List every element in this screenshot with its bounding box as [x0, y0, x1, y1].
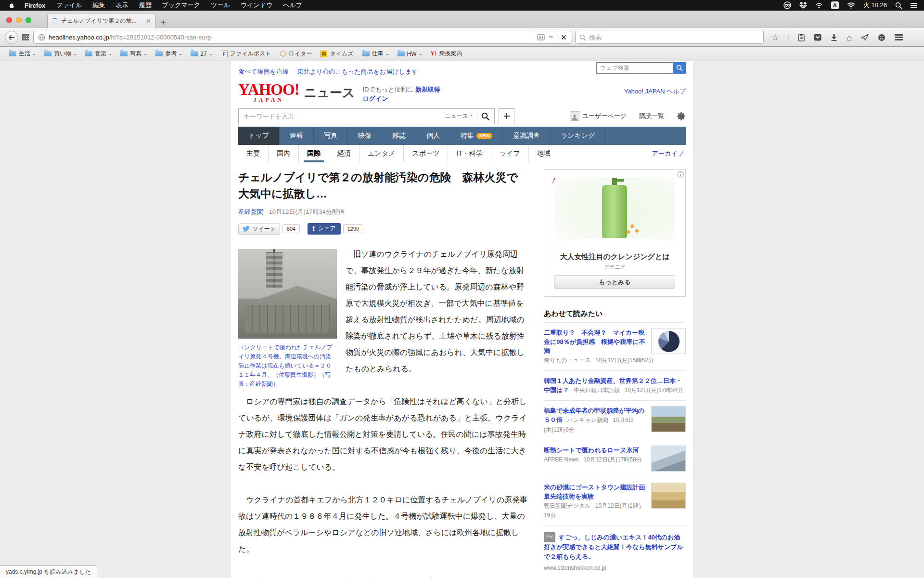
- share-count[interactable]: 1290: [343, 224, 363, 233]
- related-item[interactable]: 断熱シートで覆われるローヌ氷河 AFPBB News 10月12日(月)17時5…: [544, 440, 686, 477]
- subnav-domestic[interactable]: 国内: [268, 145, 298, 162]
- bookmark-folder-life[interactable]: 生活: [5, 47, 40, 61]
- tweet-button[interactable]: ツイート: [238, 223, 280, 235]
- menu-help[interactable]: ヘルプ: [278, 1, 308, 10]
- subnav-sports[interactable]: スポーツ: [403, 145, 448, 162]
- bookmark-folder-music[interactable]: 音楽: [81, 47, 116, 61]
- menubar-clock[interactable]: 火 10:26: [863, 1, 887, 10]
- new-tab-button[interactable]: [160, 19, 166, 25]
- yahoo-japan-link[interactable]: Yahoo! JAPAN: [624, 88, 665, 95]
- menu-window[interactable]: ウインドウ: [235, 1, 278, 10]
- spotlight-search-icon[interactable]: [895, 2, 902, 9]
- menu-hamburger-icon[interactable]: [895, 33, 903, 42]
- add-search-tab-button[interactable]: [499, 108, 514, 124]
- facebook-share-button[interactable]: f シェア: [308, 223, 341, 235]
- stop-loading-icon[interactable]: [561, 35, 566, 40]
- close-window-button[interactable]: [6, 17, 12, 23]
- article-source-link[interactable]: 産経新聞: [238, 208, 263, 215]
- subnav-international[interactable]: 国際: [298, 145, 329, 162]
- login-link[interactable]: ログイン: [362, 95, 388, 102]
- menu-app-name[interactable]: Firefox: [19, 2, 51, 9]
- related-item[interactable]: 福島で未成年者の甲状腺癌が平均の５０倍 ハンギョレ新聞 10月8日(木)12時6…: [544, 400, 686, 440]
- menu-tools[interactable]: ツール: [205, 1, 235, 10]
- ad-card[interactable]: Attenir 大人女性注目のクレンジングとは アテニア もっとみる: [544, 169, 686, 297]
- web-search-button[interactable]: [673, 62, 686, 74]
- ad-info-icon[interactable]: [677, 171, 684, 178]
- bookmark-star-icon[interactable]: ☆: [771, 33, 779, 42]
- user-page-link[interactable]: ユーザーページ: [570, 111, 627, 121]
- pocket-icon[interactable]: [814, 34, 821, 41]
- news-search-icon[interactable]: [481, 112, 489, 120]
- bookmark-folder-photo[interactable]: 写真: [116, 47, 151, 61]
- share-send-icon[interactable]: [861, 34, 869, 41]
- help-link[interactable]: ヘルプ: [667, 88, 686, 95]
- news-search-box[interactable]: ニュース: [238, 108, 495, 124]
- zoom-window-button[interactable]: [26, 17, 31, 23]
- keyword-input[interactable]: [244, 113, 441, 120]
- promo-link-2[interactable]: 東北より心のこもった商品をお届けします: [297, 68, 418, 75]
- yahoo-logo[interactable]: YAHOO!JAPAN: [238, 82, 299, 103]
- recent-pages-grid-icon[interactable]: [22, 34, 29, 40]
- notification-center-icon[interactable]: [911, 2, 917, 9]
- settings-gear-icon[interactable]: [677, 112, 686, 121]
- related-item[interactable]: 米の砂漠にゴーストタウン建設計画 最先端技術を実験 朝日新聞デジタル 10月12…: [544, 477, 686, 525]
- browser-search-input[interactable]: [589, 34, 759, 41]
- related-item[interactable]: 韓国１人あたり金融資産、世界第２２位…日本・中国は？ 中央日報日本語版 10月1…: [544, 370, 686, 400]
- apple-menu-icon[interactable]: [9, 2, 15, 9]
- menu-bookmarks[interactable]: ブックマーク: [157, 1, 206, 10]
- reader-dropdown-icon[interactable]: [549, 36, 553, 39]
- back-button[interactable]: [5, 31, 18, 44]
- browser-tab[interactable]: チェルノブイリで第２の放...: [47, 13, 155, 28]
- url-bar[interactable]: headlines.yahoo.co.jp/hl?a=20151012-0000…: [33, 31, 571, 44]
- menu-file[interactable]: ファイル: [51, 1, 87, 10]
- web-search-input[interactable]: [596, 62, 673, 74]
- home-icon[interactable]: ⌂: [847, 33, 852, 42]
- menu-edit[interactable]: 編集: [88, 1, 111, 10]
- download-icon[interactable]: [831, 34, 837, 41]
- tab-close-icon[interactable]: [146, 19, 151, 23]
- feedback-smiley-icon[interactable]: [878, 34, 886, 41]
- bookmark-reuters[interactable]: ロイター: [276, 47, 317, 61]
- tweet-count[interactable]: 804: [282, 224, 300, 233]
- nav-tab-personal[interactable]: 個人: [416, 127, 450, 145]
- bookmark-folder-work[interactable]: 仕事: [358, 47, 393, 61]
- article-photo[interactable]: [238, 249, 337, 339]
- wireless-keyboard-icon[interactable]: [815, 2, 823, 9]
- subnav-economy[interactable]: 経済: [329, 145, 359, 162]
- menu-view[interactable]: 表示: [111, 1, 134, 10]
- nav-tab-video[interactable]: 映像: [348, 127, 382, 145]
- bookmark-folder-hw[interactable]: HW: [393, 47, 426, 61]
- bookmark-folder-shopping[interactable]: 買い物: [40, 47, 81, 61]
- subnav-life[interactable]: ライフ: [491, 145, 528, 162]
- subscriptions-link[interactable]: 購読一覧: [639, 112, 664, 120]
- browser-search-field[interactable]: [575, 31, 764, 44]
- subnav-major[interactable]: 主要: [238, 145, 268, 162]
- creative-cloud-icon[interactable]: [783, 1, 791, 9]
- related-item[interactable]: 二重取り？ 不合理？ マイカー税金に98％が負担感 根拠や税率に不満 乗りものニ…: [544, 322, 686, 370]
- search-scope-dropdown[interactable]: ニュース: [445, 112, 473, 120]
- bookmark-transit[interactable]: Y!乗換案内: [426, 47, 467, 61]
- nav-tab-flash[interactable]: 速報: [280, 127, 314, 145]
- bookmark-folder-reference[interactable]: 参考: [151, 47, 186, 61]
- bookmarks-sidebar-clipboard-icon[interactable]: [798, 34, 805, 41]
- reader-mode-icon[interactable]: [537, 34, 545, 40]
- nav-tab-feature[interactable]: 特集NEW: [450, 127, 503, 145]
- menu-history[interactable]: 履歴: [134, 1, 157, 10]
- minimize-window-button[interactable]: [16, 17, 22, 23]
- bookmark-times[interactable]: タイムズ: [316, 47, 358, 61]
- promo-link-1[interactable]: 食べて復興を応援: [238, 68, 289, 75]
- wifi-icon[interactable]: [847, 2, 855, 9]
- subnav-region[interactable]: 地域: [528, 145, 559, 162]
- ad-more-button[interactable]: もっとみる: [554, 276, 675, 289]
- pr-text[interactable]: すごっ、しじみの濃いエキス！40代のお酒好きが実感できると大絶賛！今なら無料サン…: [544, 534, 683, 560]
- bookmark-filepost[interactable]: Fファイルポスト: [217, 47, 276, 61]
- archive-link[interactable]: アーカイブ: [652, 149, 686, 158]
- register-link[interactable]: 新規取得: [415, 86, 440, 93]
- dropbox-icon[interactable]: [799, 2, 807, 9]
- pr-ad-block[interactable]: PRすごっ、しじみの濃いエキス！40代のお酒好きが実感できると大絶賛！今なら無料…: [544, 525, 686, 578]
- nav-tab-magazine[interactable]: 雑誌: [382, 127, 416, 145]
- bookmark-folder-27[interactable]: 27: [186, 47, 216, 61]
- subnav-entertainment[interactable]: エンタメ: [359, 145, 403, 162]
- nav-tab-poll[interactable]: 意識調査: [503, 127, 551, 145]
- subnav-it-science[interactable]: IT・科学: [448, 145, 490, 162]
